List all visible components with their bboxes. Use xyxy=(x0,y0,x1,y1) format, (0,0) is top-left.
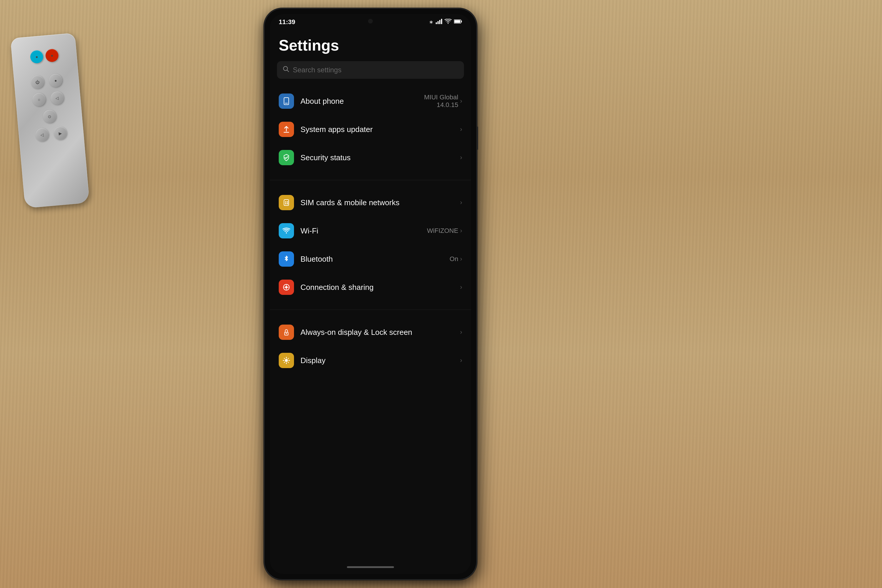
always-on-text: Always-on display & Lock screen xyxy=(300,328,460,337)
remote-btn-red: ● xyxy=(45,48,59,63)
security-text: Security status xyxy=(300,153,460,162)
wifi-text: Wi-Fi xyxy=(300,226,427,236)
svg-rect-1 xyxy=(438,21,439,24)
remote-row-1: ⏻ ● xyxy=(29,72,64,90)
remote-row-3: ⊙ xyxy=(42,108,58,124)
phone-screen: 11:39 ∗ xyxy=(270,14,471,574)
system-apps-chevron: › xyxy=(460,126,462,133)
system-apps-label: System apps updater xyxy=(300,125,460,134)
remote-btn-3: ○ xyxy=(32,93,46,107)
connection-label: Connection & sharing xyxy=(300,283,460,292)
wifi-value: WiFIZONE xyxy=(427,227,458,235)
signal-icon xyxy=(436,19,442,26)
security-icon xyxy=(279,150,294,165)
about-phone-icon xyxy=(279,93,294,109)
bluetooth-value: On xyxy=(450,255,458,263)
settings-item-wifi[interactable]: Wi-Fi WiFIZONE › xyxy=(270,217,471,245)
system-apps-right: › xyxy=(460,126,462,133)
remote-row-2: ○ ◁ xyxy=(31,90,66,108)
wifi-icon xyxy=(279,223,294,238)
settings-item-always-on[interactable]: Always-on display & Lock screen › xyxy=(270,318,471,346)
display-text: Display xyxy=(300,356,460,365)
settings-item-display[interactable]: Display › xyxy=(270,346,471,375)
section-display: Always-on display & Lock screen › xyxy=(270,318,471,375)
page-title: Settings xyxy=(270,31,471,61)
display-chevron: › xyxy=(460,357,462,364)
bluetooth-chevron: › xyxy=(460,255,462,263)
section-gap-1 xyxy=(270,172,471,178)
connection-chevron: › xyxy=(460,284,462,291)
divider-1 xyxy=(270,180,471,180)
connection-icon xyxy=(279,280,294,295)
system-apps-icon xyxy=(279,122,294,137)
about-phone-chevron: › xyxy=(460,98,462,105)
phone-camera xyxy=(368,19,373,24)
remote-btn-5: ⊙ xyxy=(43,110,57,123)
remote-row-4: ◁ ▶ xyxy=(34,125,69,143)
battery-icon xyxy=(454,19,462,25)
section-gap-2 xyxy=(270,183,471,189)
svg-rect-15 xyxy=(285,203,286,204)
home-indicator xyxy=(347,566,394,568)
svg-rect-13 xyxy=(285,201,286,202)
wifi-right: WiFIZONE › xyxy=(427,227,462,235)
security-label: Security status xyxy=(300,153,460,162)
settings-content: Settings Search settings xyxy=(270,28,471,375)
settings-item-system-apps[interactable]: System apps updater › xyxy=(270,115,471,144)
security-chevron: › xyxy=(460,154,462,161)
svg-rect-6 xyxy=(454,20,460,22)
display-icon xyxy=(279,353,294,368)
always-on-label: Always-on display & Lock screen xyxy=(300,328,460,337)
settings-item-sim[interactable]: SIM cards & mobile networks › xyxy=(270,189,471,217)
bluetooth-label: Bluetooth xyxy=(300,255,450,264)
settings-item-security[interactable]: Security status › xyxy=(270,144,471,172)
sim-icon xyxy=(279,195,294,210)
section-device: About phone MIUI Global 14.0.15 › xyxy=(270,87,471,172)
display-right: › xyxy=(460,357,462,364)
bluetooth-icon xyxy=(279,251,294,267)
phone-side-button xyxy=(476,126,478,150)
about-phone-miui: MIUI Global xyxy=(424,93,458,101)
settings-item-about-phone[interactable]: About phone MIUI Global 14.0.15 › xyxy=(270,87,471,115)
wifi-status-icon xyxy=(444,19,452,26)
remote-btn-1: ⏻ xyxy=(31,75,45,89)
bluetooth-text: Bluetooth xyxy=(300,255,450,264)
sim-right: › xyxy=(460,199,462,206)
svg-line-28 xyxy=(284,358,285,359)
search-bar[interactable]: Search settings xyxy=(277,61,464,79)
always-on-icon xyxy=(279,325,294,340)
remote-buttons: ⏻ ● ○ ◁ ⊙ ◁ ▶ xyxy=(14,68,84,147)
svg-point-23 xyxy=(285,359,288,362)
search-placeholder: Search settings xyxy=(293,66,341,74)
phone: 11:39 ∗ xyxy=(265,9,476,579)
section-gap-3 xyxy=(270,302,471,307)
bluetooth-status-icon: ∗ xyxy=(429,19,434,25)
svg-rect-0 xyxy=(436,22,437,24)
svg-rect-3 xyxy=(441,19,442,24)
svg-rect-9 xyxy=(284,98,289,105)
settings-item-connection[interactable]: Connection & sharing › xyxy=(270,273,471,302)
about-phone-right: MIUI Global 14.0.15 › xyxy=(424,93,462,109)
svg-line-31 xyxy=(284,362,285,363)
connection-text: Connection & sharing xyxy=(300,283,460,292)
svg-rect-16 xyxy=(287,203,288,204)
sim-chevron: › xyxy=(460,199,462,206)
wifi-chevron: › xyxy=(460,227,462,235)
system-apps-text: System apps updater xyxy=(300,125,460,134)
remote-btn-7: ▶ xyxy=(53,126,68,140)
remote-btn-4: ◁ xyxy=(50,91,64,105)
svg-rect-14 xyxy=(287,201,288,202)
sim-text: SIM cards & mobile networks xyxy=(300,198,460,207)
svg-point-22 xyxy=(286,333,287,334)
bluetooth-right: On › xyxy=(450,255,462,263)
remote-btn-2: ● xyxy=(48,74,63,88)
search-icon xyxy=(283,66,289,74)
about-phone-label: About phone xyxy=(300,97,424,106)
remote-btn-blue: ● xyxy=(30,50,44,64)
about-phone-version: 14.0.15 xyxy=(424,101,458,109)
sim-label: SIM cards & mobile networks xyxy=(300,198,460,207)
svg-rect-2 xyxy=(439,20,440,24)
settings-item-bluetooth[interactable]: Bluetooth On › xyxy=(270,245,471,273)
display-label: Display xyxy=(300,356,460,365)
svg-line-30 xyxy=(288,358,289,359)
